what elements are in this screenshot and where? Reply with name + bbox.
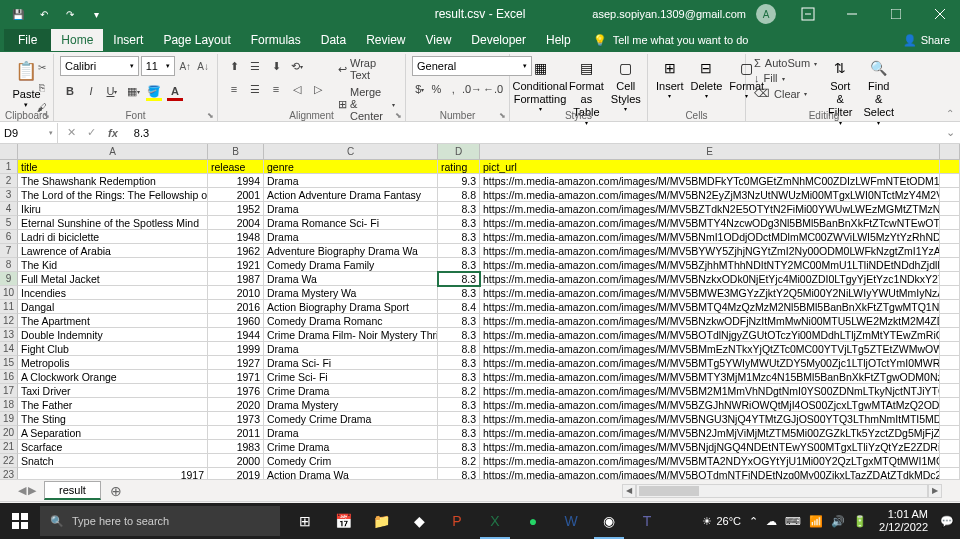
cell-B2[interactable]: 1994: [208, 174, 264, 188]
cell-B9[interactable]: 1987: [208, 272, 264, 286]
row-header-11[interactable]: 11: [0, 300, 18, 314]
cell-E12[interactable]: https://m.media-amazon.com/images/M/MV5B…: [480, 314, 940, 328]
row-header-22[interactable]: 22: [0, 454, 18, 468]
cell-D13[interactable]: 8.3: [438, 328, 480, 342]
font-size-select[interactable]: 11▾: [141, 56, 176, 76]
sheet-tab-result[interactable]: result: [44, 481, 101, 500]
menu-view[interactable]: View: [416, 29, 462, 51]
copy-icon[interactable]: ⎘: [33, 78, 51, 96]
row-header-17[interactable]: 17: [0, 384, 18, 398]
comma-icon[interactable]: ,: [445, 79, 461, 99]
cell-B21[interactable]: 1983: [208, 440, 264, 454]
enter-formula-icon[interactable]: ✓: [82, 124, 100, 142]
cell-C4[interactable]: Drama: [264, 202, 438, 216]
cell-B19[interactable]: 1973: [208, 412, 264, 426]
avatar[interactable]: A: [756, 4, 776, 24]
wifi-icon[interactable]: 📶: [809, 515, 823, 528]
row-header-1[interactable]: 1: [0, 160, 18, 174]
cell-E1[interactable]: pict_url: [480, 160, 940, 174]
calendar-app-icon[interactable]: 📅: [324, 503, 362, 539]
volume-icon[interactable]: 🔊: [831, 515, 845, 528]
cell-C21[interactable]: Crime Drama: [264, 440, 438, 454]
align-bottom-icon[interactable]: ⬇: [266, 56, 286, 76]
cell-A6[interactable]: Ladri di biciclette: [18, 230, 208, 244]
cell-D21[interactable]: 8.3: [438, 440, 480, 454]
cell-A11[interactable]: Dangal: [18, 300, 208, 314]
cell-B18[interactable]: 2020: [208, 398, 264, 412]
cell-E21[interactable]: https://m.media-amazon.com/images/M/MV5B…: [480, 440, 940, 454]
percent-icon[interactable]: %: [429, 79, 445, 99]
bold-button[interactable]: B: [60, 81, 80, 101]
scroll-left-icon[interactable]: ◀: [622, 484, 636, 498]
cell-A4[interactable]: Ikiru: [18, 202, 208, 216]
align-middle-icon[interactable]: ☰: [245, 56, 265, 76]
cell-D22[interactable]: 8.2: [438, 454, 480, 468]
row-header-6[interactable]: 6: [0, 230, 18, 244]
task-view-icon[interactable]: ⊞: [286, 503, 324, 539]
teams-icon[interactable]: T: [628, 503, 666, 539]
row-header-3[interactable]: 3: [0, 188, 18, 202]
cell-B8[interactable]: 1921: [208, 258, 264, 272]
start-button[interactable]: [0, 503, 40, 539]
name-box[interactable]: D9▾: [0, 123, 58, 143]
cell-C11[interactable]: Action Biography Drama Sport: [264, 300, 438, 314]
cell-D19[interactable]: 8.3: [438, 412, 480, 426]
save-icon[interactable]: 💾: [6, 2, 30, 26]
cell-C18[interactable]: Drama Mystery: [264, 398, 438, 412]
row-header-14[interactable]: 14: [0, 342, 18, 356]
cell-styles-button[interactable]: ▢Cell Styles▾: [609, 56, 643, 116]
cell-D20[interactable]: 8.3: [438, 426, 480, 440]
cell-B15[interactable]: 1927: [208, 356, 264, 370]
cell-E6[interactable]: https://m.media-amazon.com/images/M/MV5B…: [480, 230, 940, 244]
cell-A22[interactable]: Snatch: [18, 454, 208, 468]
currency-icon[interactable]: $▾: [412, 79, 428, 99]
cell-C23[interactable]: Action Drama Wa: [264, 468, 438, 479]
redo-icon[interactable]: ↷: [58, 2, 82, 26]
row-header-19[interactable]: 19: [0, 412, 18, 426]
clear-button[interactable]: ⌫Clear▾: [752, 86, 819, 101]
menu-formulas[interactable]: Formulas: [241, 29, 311, 51]
cell-D23[interactable]: 8.3: [438, 468, 480, 479]
delete-cells-button[interactable]: ⊟Delete▾: [689, 56, 725, 102]
align-right-icon[interactable]: ≡: [266, 79, 286, 99]
cell-D7[interactable]: 8.3: [438, 244, 480, 258]
row-header-8[interactable]: 8: [0, 258, 18, 272]
decrease-font-icon[interactable]: A↓: [195, 57, 211, 75]
col-header-C[interactable]: C: [264, 144, 438, 160]
orientation-icon[interactable]: ⟲▾: [287, 56, 307, 76]
cell-C12[interactable]: Comedy Drama Romanc: [264, 314, 438, 328]
add-sheet-button[interactable]: ⊕: [105, 482, 127, 500]
collapse-ribbon-icon[interactable]: ⌃: [946, 108, 954, 119]
cell-C5[interactable]: Drama Romance Sci- Fi: [264, 216, 438, 230]
cell-C10[interactable]: Drama Mystery Wa: [264, 286, 438, 300]
col-header-A[interactable]: A: [18, 144, 208, 160]
font-expand-icon[interactable]: ⬊: [207, 111, 214, 120]
cell-B16[interactable]: 1971: [208, 370, 264, 384]
menu-review[interactable]: Review: [356, 29, 415, 51]
col-header-E[interactable]: E: [480, 144, 940, 160]
cell-E7[interactable]: https://m.media-amazon.com/images/M/MV5B…: [480, 244, 940, 258]
cell-D2[interactable]: 9.3: [438, 174, 480, 188]
cloud-icon[interactable]: ☁: [766, 515, 777, 528]
cell-A7[interactable]: Lawrence of Arabia: [18, 244, 208, 258]
cell-C1[interactable]: genre: [264, 160, 438, 174]
row-header-13[interactable]: 13: [0, 328, 18, 342]
row-header-16[interactable]: 16: [0, 370, 18, 384]
tell-me-search[interactable]: 💡Tell me what you want to do: [593, 34, 749, 47]
cell-A16[interactable]: A Clockwork Orange: [18, 370, 208, 384]
cell-D17[interactable]: 8.2: [438, 384, 480, 398]
cell-E10[interactable]: https://m.media-amazon.com/images/M/MV5B…: [480, 286, 940, 300]
cell-A21[interactable]: Scarface: [18, 440, 208, 454]
cell-A20[interactable]: A Separation: [18, 426, 208, 440]
cell-C6[interactable]: Drama: [264, 230, 438, 244]
cell-A13[interactable]: Double Indemnity: [18, 328, 208, 342]
minimize-icon[interactable]: [832, 0, 872, 28]
cell-E18[interactable]: https://m.media-amazon.com/images/M/MV5B…: [480, 398, 940, 412]
font-color-button[interactable]: A: [165, 81, 185, 101]
alignment-expand-icon[interactable]: ⬊: [395, 111, 402, 120]
cell-D1[interactable]: rating: [438, 160, 480, 174]
cell-B4[interactable]: 1952: [208, 202, 264, 216]
cell-E8[interactable]: https://m.media-amazon.com/images/M/MV5B…: [480, 258, 940, 272]
cell-E3[interactable]: https://m.media-amazon.com/images/M/MV5B…: [480, 188, 940, 202]
share-button[interactable]: 👤Share: [903, 34, 950, 47]
